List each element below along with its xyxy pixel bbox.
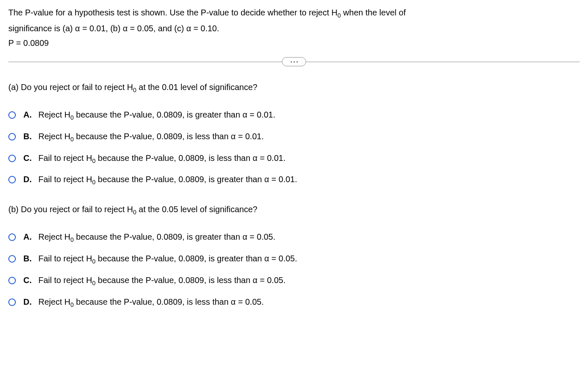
option-letter: B. bbox=[23, 253, 35, 265]
option-letter: D. bbox=[23, 173, 35, 185]
option-text: Reject H0 because the P-value, 0.0809, i… bbox=[38, 296, 580, 309]
stem-text: at the 0.05 level of significance? bbox=[136, 205, 257, 214]
option-b-C[interactable]: C. Fail to reject H0 because the P-value… bbox=[8, 274, 580, 288]
option-a-C[interactable]: C. Fail to reject H0 because the P-value… bbox=[8, 152, 580, 165]
radio-icon[interactable] bbox=[8, 255, 16, 263]
part-b-options: A. Reject H0 because the P-value, 0.0809… bbox=[8, 231, 580, 309]
question-intro: The P-value for a hypothesis test is sho… bbox=[8, 7, 580, 49]
part-a-stem: (a) Do you reject or fail to reject H0 a… bbox=[8, 81, 580, 95]
ellipsis-dot bbox=[294, 61, 295, 63]
option-text: Reject H0 because the P-value, 0.0809, i… bbox=[38, 109, 580, 122]
intro-text: The P-value for a hypothesis test is sho… bbox=[8, 8, 337, 17]
section-divider bbox=[8, 62, 580, 62]
radio-icon[interactable] bbox=[8, 298, 16, 306]
option-text: Fail to reject H0 because the P-value, 0… bbox=[38, 173, 580, 187]
option-a-B[interactable]: B. Reject H0 because the P-value, 0.0809… bbox=[8, 130, 580, 144]
intro-text: when the level of bbox=[341, 8, 406, 17]
option-b-D[interactable]: D. Reject H0 because the P-value, 0.0809… bbox=[8, 296, 580, 309]
option-letter: A. bbox=[23, 231, 35, 243]
part-b-stem: (b) Do you reject or fail to reject H0 a… bbox=[8, 203, 580, 217]
option-text: Fail to reject H0 because the P-value, 0… bbox=[38, 274, 580, 288]
radio-icon[interactable] bbox=[8, 111, 16, 119]
intro-line-1: The P-value for a hypothesis test is sho… bbox=[8, 7, 580, 20]
stem-text: (b) Do you reject or fail to reject H bbox=[8, 205, 133, 214]
option-letter: B. bbox=[23, 130, 35, 143]
option-text: Reject H0 because the P-value, 0.0809, i… bbox=[38, 231, 580, 244]
radio-icon[interactable] bbox=[8, 133, 16, 140]
intro-line-2: significance is (a) α = 0.01, (b) α = 0.… bbox=[8, 23, 580, 35]
option-letter: C. bbox=[23, 152, 35, 164]
option-letter: D. bbox=[23, 296, 35, 308]
subscript-zero: 0 bbox=[133, 87, 136, 93]
option-letter: A. bbox=[23, 109, 35, 121]
radio-icon[interactable] bbox=[8, 277, 16, 284]
radio-icon[interactable] bbox=[8, 176, 16, 183]
stem-text: at the 0.01 level of significance? bbox=[136, 83, 257, 92]
ellipsis-dot bbox=[297, 61, 298, 63]
option-text: Reject H0 because the P-value, 0.0809, i… bbox=[38, 130, 580, 144]
option-b-A[interactable]: A. Reject H0 because the P-value, 0.0809… bbox=[8, 231, 580, 244]
option-text: Fail to reject H0 because the P-value, 0… bbox=[38, 253, 580, 266]
p-value: P = 0.0809 bbox=[8, 37, 580, 49]
option-text: Fail to reject H0 because the P-value, 0… bbox=[38, 152, 580, 165]
option-letter: C. bbox=[23, 274, 35, 286]
stem-text: (a) Do you reject or fail to reject H bbox=[8, 83, 133, 92]
subscript-zero: 0 bbox=[133, 209, 136, 216]
option-a-D[interactable]: D. Fail to reject H0 because the P-value… bbox=[8, 173, 580, 187]
expand-pill[interactable] bbox=[282, 57, 306, 66]
radio-icon[interactable] bbox=[8, 233, 16, 241]
part-a-options: A. Reject H0 because the P-value, 0.0809… bbox=[8, 109, 580, 187]
option-b-B[interactable]: B. Fail to reject H0 because the P-value… bbox=[8, 253, 580, 266]
ellipsis-dot bbox=[291, 61, 292, 63]
radio-icon[interactable] bbox=[8, 155, 16, 162]
option-a-A[interactable]: A. Reject H0 because the P-value, 0.0809… bbox=[8, 109, 580, 122]
